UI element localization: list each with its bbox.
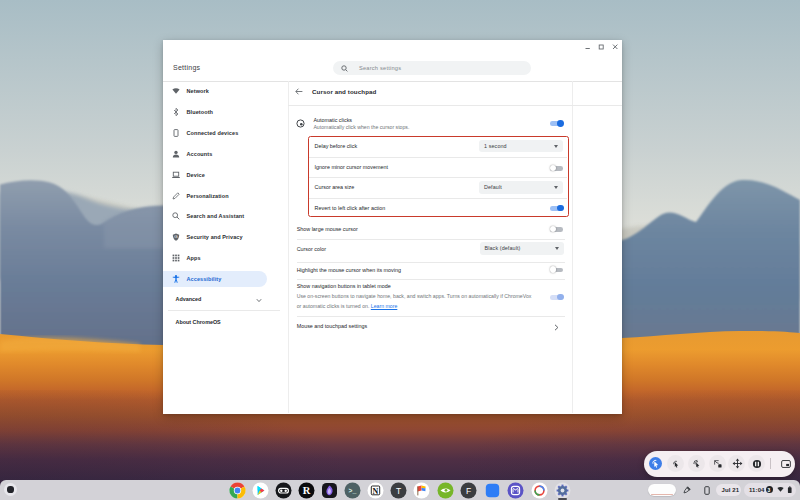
svg-text:G: G: [174, 235, 178, 240]
svg-text:F: F: [466, 485, 471, 495]
svg-text:N: N: [373, 486, 379, 495]
svg-text:R: R: [303, 485, 311, 496]
svg-text:T: T: [396, 485, 401, 495]
svg-text:>_: >_: [349, 488, 357, 495]
